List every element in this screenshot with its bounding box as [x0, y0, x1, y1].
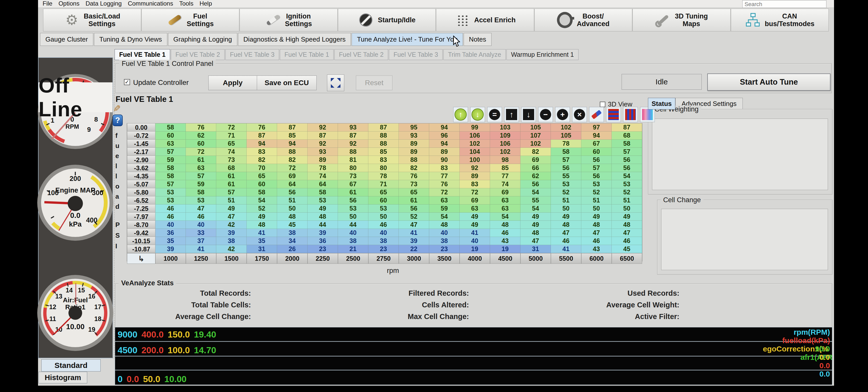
load-bin-header[interactable]: -10.15 [127, 237, 155, 245]
ve-cell[interactable]: 49 [308, 204, 338, 213]
shift-down-button[interactable]: ↓ [521, 107, 536, 122]
ve-cell[interactable]: 47 [216, 213, 247, 221]
ve-cell[interactable]: 89 [308, 156, 338, 164]
ve-cell[interactable]: 69 [460, 196, 490, 204]
ve-cell[interactable]: 87 [277, 123, 308, 132]
ve-cell[interactable]: 48 [612, 221, 642, 229]
primary-tab[interactable]: Tuning & Dyno Views [94, 33, 167, 46]
primary-tab[interactable]: Graphing & Logging [168, 33, 237, 46]
ve-cell[interactable]: 72 [429, 188, 460, 196]
load-bin-header[interactable]: -5.07 [127, 180, 155, 188]
table-tab[interactable]: Fuel VE Table 2 [334, 49, 388, 60]
ve-cell[interactable]: 97 [581, 123, 612, 132]
rpm-bin-header[interactable]: 4000 [460, 253, 490, 264]
ve-cell[interactable]: 100 [460, 156, 490, 164]
startup-idle-button[interactable]: Startup/Idle [338, 9, 436, 31]
ve-cell[interactable]: 52 [612, 188, 642, 196]
ve-cell[interactable]: 42 [216, 221, 247, 229]
ve-cell[interactable]: 62 [186, 132, 216, 140]
ve-cell[interactable]: 57 [155, 180, 186, 188]
eraser-button[interactable] [589, 107, 604, 122]
bottom-tab-histogram[interactable]: Histogram [38, 372, 87, 383]
ve-cell[interactable]: 92 [338, 140, 368, 148]
ve-cell[interactable]: 98 [490, 156, 521, 164]
ve-cell[interactable]: 65 [247, 172, 277, 180]
ve-cell[interactable]: 41 [551, 245, 581, 253]
ve-cell[interactable]: 57 [612, 148, 642, 156]
ve-cell[interactable]: 59 [429, 204, 460, 213]
ve-cell[interactable]: 50 [368, 213, 399, 221]
ve-cell[interactable]: 49 [521, 213, 551, 221]
pencil-icon[interactable]: ✎ [113, 103, 121, 114]
ve-cell[interactable]: 88 [368, 140, 399, 148]
ve-cell[interactable]: 52 [247, 204, 277, 213]
rpm-bin-header[interactable]: 6000 [581, 253, 612, 264]
logger-graph-strip[interactable]: 9000400.0150.019.40 4500200.0100.014.70 … [115, 327, 833, 385]
ve-cell[interactable]: 48 [277, 213, 308, 221]
ve-cell[interactable]: 105 [551, 132, 581, 140]
ve-cell[interactable]: 63 [429, 196, 460, 204]
ve-cell[interactable]: 102 [521, 140, 551, 148]
ve-cell[interactable]: 50 [338, 213, 368, 221]
load-bin-header[interactable]: -2.90 [127, 156, 155, 164]
3d-tuning-maps-button[interactable]: 3D Tuning Maps [632, 9, 731, 31]
ve-cell[interactable]: 56 [581, 156, 612, 164]
ve-cell[interactable]: 19 [460, 245, 490, 253]
ve-cell[interactable]: 77 [490, 172, 521, 180]
ve-cell[interactable]: 94 [277, 140, 308, 148]
ve-cell[interactable]: 54 [612, 172, 642, 180]
shift-up-button[interactable]: ↑ [504, 107, 519, 122]
ve-cell[interactable]: 65 [216, 140, 247, 148]
ve-cell[interactable]: 60 [368, 196, 399, 204]
menu-item[interactable]: Communications [126, 0, 178, 8]
ve-cell[interactable]: 48 [429, 221, 460, 229]
ve-cell[interactable]: 38 [429, 237, 460, 245]
ve-cell[interactable]: 46 [490, 229, 521, 237]
ve-cell[interactable]: 40 [186, 221, 216, 229]
ve-cell[interactable]: 87 [368, 123, 399, 132]
ve-cell[interactable]: 39 [216, 229, 247, 237]
ve-cell[interactable]: 72 [277, 164, 308, 172]
ve-cell[interactable]: 58 [612, 140, 642, 148]
ve-cell[interactable]: 47 [521, 237, 551, 245]
primary-tab[interactable]: Diagnostics & High Speed Loggers [238, 33, 351, 46]
ve-cell[interactable]: 64 [277, 180, 308, 188]
ve-cell[interactable]: 89 [399, 148, 429, 156]
ve-cell[interactable]: 93 [399, 132, 429, 140]
ve-cell[interactable]: 109 [490, 132, 521, 140]
search-input[interactable] [743, 1, 829, 8]
ve-cell[interactable]: 72 [216, 123, 247, 132]
ve-cell[interactable]: 53 [581, 180, 612, 188]
ve-cell[interactable]: 35 [247, 237, 277, 245]
table-tab[interactable]: Fuel VE Table 2 [171, 49, 225, 60]
ve-cell[interactable]: 87 [612, 123, 642, 132]
menu-item[interactable]: Help [198, 0, 216, 8]
table-tab[interactable]: Fuel VE Table 1 [280, 49, 334, 60]
ve-cell[interactable]: 82 [521, 148, 551, 156]
ve-cell[interactable]: 36 [155, 229, 186, 237]
ve-cell[interactable]: 50 [277, 204, 308, 213]
ve-cell[interactable]: 48 [521, 229, 551, 237]
ve-cell[interactable]: 31 [521, 245, 551, 253]
ve-cell[interactable]: 69 [277, 172, 308, 180]
ve-cell[interactable]: 60 [186, 140, 216, 148]
ve-cell[interactable]: 62 [521, 172, 551, 180]
table-tab[interactable]: Fuel VE Table 3 [225, 49, 279, 60]
ve-cell[interactable]: 47 [612, 229, 642, 237]
apply-button[interactable]: Apply [208, 75, 257, 90]
ve-cell[interactable]: 40 [338, 229, 368, 237]
ve-cell[interactable]: 54 [429, 213, 460, 221]
ve-cell[interactable]: 22 [399, 245, 429, 253]
ve-cell[interactable]: 56 [612, 156, 642, 164]
ve-cell[interactable]: 102 [460, 140, 490, 148]
ve-cell[interactable]: 83 [247, 148, 277, 156]
ve-cell[interactable]: 46 [581, 237, 612, 245]
ve-cell[interactable]: 88 [399, 156, 429, 164]
ve-cell[interactable]: 67 [581, 140, 612, 148]
ve-cell[interactable]: 42 [216, 245, 247, 253]
load-bin-header[interactable]: -7.97 [127, 213, 155, 221]
ve-cell[interactable]: 53 [368, 204, 399, 213]
ve-cell[interactable]: 67 [338, 180, 368, 188]
ve-cell[interactable]: 51 [581, 196, 612, 204]
ve-cell[interactable]: 87 [247, 132, 277, 140]
